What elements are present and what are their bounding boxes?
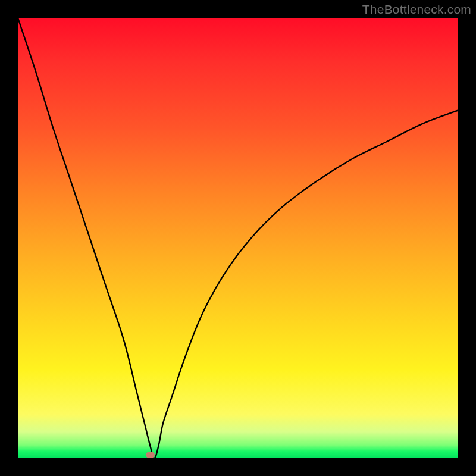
watermark-text: TheBottleneck.com (362, 2, 471, 17)
figure-container: TheBottleneck.com (0, 0, 476, 476)
bottleneck-curve (18, 18, 458, 458)
minimum-marker (146, 452, 155, 458)
plot-area (18, 18, 458, 458)
